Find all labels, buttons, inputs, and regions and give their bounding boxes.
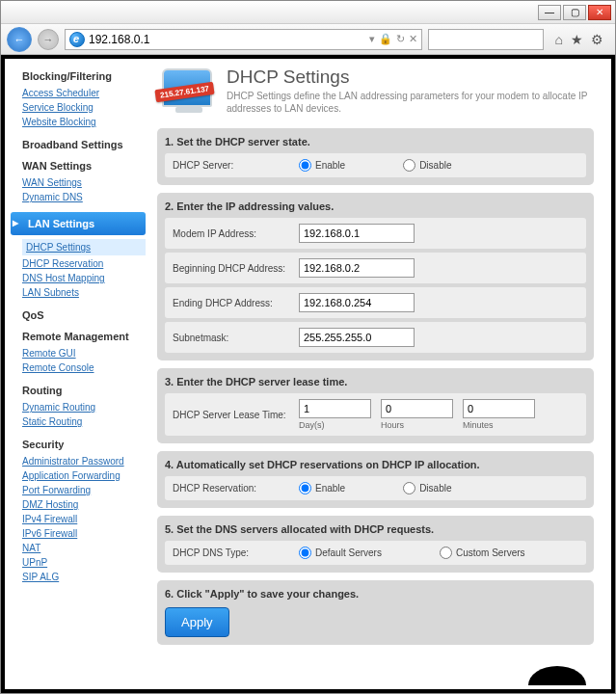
row-subnet: Subnetmask: [165, 322, 586, 353]
sidebar-link-website-blocking[interactable]: Website Blocking [22, 115, 142, 129]
sidebar-link-admin-password[interactable]: Administrator Password [22, 454, 142, 468]
sidebar-link-remote-console[interactable]: Remote Console [22, 360, 142, 375]
section-4-title: 4. Automatically set DHCP reservations o… [165, 459, 586, 470]
row-modem-ip: Modem IP Address: [165, 218, 586, 249]
window-titlebar: — ▢ ✕ [1, 1, 615, 24]
radio-res-disable[interactable]: Disable [403, 482, 451, 494]
radio-dhcp-enable[interactable]: Enable [299, 159, 345, 172]
row-lease-time: DHCP Server Lease Time: Day(s) Hours [165, 393, 586, 436]
close-button[interactable]: ✕ [588, 5, 611, 20]
section-dhcp-reservation: 4. Automatically set DHCP reservations o… [157, 451, 594, 508]
input-begin-dhcp[interactable] [299, 258, 415, 278]
favorites-icon[interactable]: ★ [571, 32, 583, 47]
sidebar-heading-blocking: Blocking/Filtering [22, 70, 142, 82]
radio-dhcp-disable-input[interactable] [403, 159, 415, 172]
content-frame: Blocking/Filtering Access Scheduler Serv… [1, 55, 615, 693]
radio-dns-custom-input[interactable] [440, 547, 452, 559]
search-bar[interactable] [428, 29, 544, 50]
radio-group-reservation: Enable Disable [299, 482, 578, 494]
page-header: 215.27.61.137 DHCP Settings DHCP Setting… [157, 67, 594, 120]
main-panel: 215.27.61.137 DHCP Settings DHCP Setting… [149, 59, 611, 689]
label-lease-time: DHCP Server Lease Time: [173, 410, 293, 420]
section-dns-type: 5. Set the DNS servers allocated with DH… [157, 516, 594, 573]
input-modem-ip[interactable] [299, 224, 415, 243]
sidebar-link-access-scheduler[interactable]: Access Scheduler [22, 86, 142, 100]
row-dhcp-reservation: DHCP Reservation: Enable Disable [165, 476, 586, 500]
radio-res-disable-label: Disable [419, 483, 451, 494]
sidebar-heading-wan: WAN Settings [22, 160, 142, 172]
sidebar-heading-broadband: Broadband Settings [22, 139, 142, 150]
label-hours: Hours [381, 420, 453, 430]
row-begin-dhcp: Beginning DHCP Address: [165, 253, 586, 283]
sidebar-link-dynamic-dns[interactable]: Dynamic DNS [22, 190, 142, 204]
radio-dns-default[interactable]: Default Servers [299, 547, 382, 559]
lease-mins-col: Minutes [463, 399, 535, 430]
home-icon[interactable]: ⌂ [555, 32, 563, 47]
sidebar-link-upnp[interactable]: UPnP [22, 555, 142, 570]
sidebar-heading-routing: Routing [22, 385, 142, 396]
sidebar-link-port-forwarding[interactable]: Port Forwarding [22, 483, 142, 497]
radio-res-enable-input[interactable] [299, 482, 311, 494]
back-button[interactable]: ← [7, 27, 32, 52]
sidebar-link-lan-subnets[interactable]: LAN Subnets [22, 285, 142, 300]
input-subnet[interactable] [299, 328, 415, 347]
refresh-icon[interactable]: ↻ [396, 33, 405, 45]
sidebar-link-static-routing[interactable]: Static Routing [22, 414, 142, 429]
radio-group-dns: Default Servers Custom Servers [299, 547, 578, 559]
label-begin-dhcp: Beginning DHCP Address: [173, 263, 293, 274]
section-3-title: 3. Enter the DHCP server lease time. [165, 376, 586, 387]
maximize-button[interactable]: ▢ [563, 5, 586, 20]
browser-window: — ▢ ✕ ← → ▾ 🔒 ↻ ✕ ⌂ ★ ⚙ Blocking/Filteri… [0, 0, 616, 694]
section-2-title: 2. Enter the IP addressing values. [165, 200, 586, 212]
input-end-dhcp[interactable] [299, 293, 415, 312]
sidebar-link-service-blocking[interactable]: Service Blocking [22, 100, 142, 115]
sidebar-link-dynamic-routing[interactable]: Dynamic Routing [22, 400, 142, 414]
stop-icon[interactable]: ✕ [409, 33, 417, 45]
sidebar-link-sip-alg[interactable]: SIP ALG [22, 570, 142, 584]
page-title: DHCP Settings [227, 67, 594, 88]
radio-res-enable[interactable]: Enable [299, 482, 345, 494]
lease-hours-col: Hours [381, 399, 453, 430]
section-ip-values: 2. Enter the IP addressing values. Modem… [157, 193, 594, 360]
apply-button[interactable]: Apply [165, 607, 229, 637]
radio-res-disable-input[interactable] [403, 482, 415, 494]
page-content: Blocking/Filtering Access Scheduler Serv… [5, 59, 611, 689]
sidebar-link-ipv6-firewall[interactable]: IPv6 Firewall [22, 526, 142, 541]
sidebar-heading-lan-active[interactable]: LAN Settings [11, 212, 146, 235]
sidebar-link-dhcp-reservation[interactable]: DHCP Reservation [22, 256, 142, 271]
sidebar-link-dns-host-mapping[interactable]: DNS Host Mapping [22, 271, 142, 285]
input-lease-mins[interactable] [463, 399, 535, 418]
radio-dhcp-enable-input[interactable] [299, 159, 311, 172]
radio-dhcp-disable[interactable]: Disable [403, 159, 451, 172]
input-lease-hours[interactable] [381, 399, 453, 418]
forward-button[interactable]: → [38, 29, 59, 50]
sidebar-link-nat[interactable]: NAT [22, 541, 142, 555]
sidebar-link-app-forwarding[interactable]: Application Forwarding [22, 468, 142, 483]
label-dns-type: DHCP DNS Type: [173, 547, 293, 558]
minimize-button[interactable]: — [538, 5, 561, 20]
page-subtitle: DHCP Settings define the LAN addressing … [227, 90, 594, 115]
row-dhcp-server: DHCP Server: Enable Disable [165, 153, 586, 177]
radio-dhcp-disable-label: Disable [419, 160, 451, 171]
address-bar[interactable]: ▾ 🔒 ↻ ✕ [65, 29, 422, 50]
sidebar-link-remote-gui[interactable]: Remote GUI [22, 346, 142, 360]
dropdown-icon[interactable]: ▾ [369, 33, 375, 45]
lock-icon[interactable]: 🔒 [379, 33, 392, 45]
url-input[interactable] [89, 33, 365, 46]
sidebar-link-ipv4-firewall[interactable]: IPv4 Firewall [22, 512, 142, 526]
row-end-dhcp: Ending DHCP Address: [165, 287, 586, 318]
sidebar-heading-qos: QoS [22, 309, 142, 321]
input-lease-days[interactable] [299, 399, 371, 418]
sidebar-link-dhcp-settings-active[interactable]: DHCP Settings [22, 239, 146, 255]
label-dhcp-server: DHCP Server: [173, 160, 293, 171]
row-dns-type: DHCP DNS Type: Default Servers Custom Se… [165, 541, 586, 565]
section-lease-time: 3. Enter the DHCP server lease time. DHC… [157, 368, 594, 443]
radio-dns-default-input[interactable] [299, 547, 311, 559]
lease-days-col: Day(s) [299, 399, 371, 430]
sidebar-link-wan-settings[interactable]: WAN Settings [22, 175, 142, 190]
radio-dns-custom[interactable]: Custom Servers [440, 547, 525, 559]
section-apply: 6. Click "Apply" to save your changes. A… [157, 580, 594, 645]
ie-icon [69, 32, 85, 47]
sidebar-link-dmz-hosting[interactable]: DMZ Hosting [22, 497, 142, 512]
tools-icon[interactable]: ⚙ [591, 32, 603, 47]
